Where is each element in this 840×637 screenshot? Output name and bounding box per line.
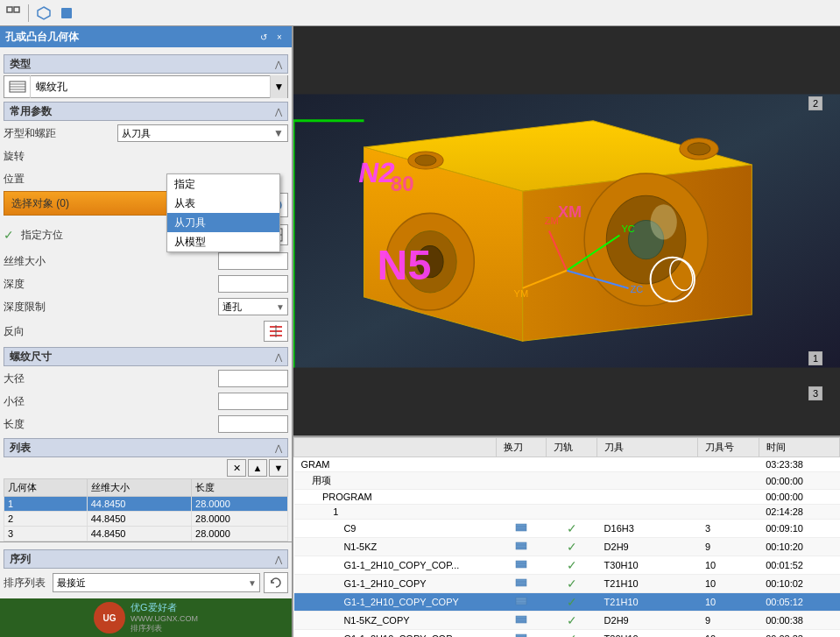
length-input[interactable]: 28.0000 [218, 415, 288, 433]
svg-rect-50 [516, 524, 526, 531]
operations-scroll[interactable]: 换刀 刀轨 刀具 刀具号 时间 GRAM 03:23:38 [293, 437, 840, 637]
ops-row-5[interactable]: C9 ✓ D16H3 3 00:09:10 [294, 520, 840, 538]
list-cell-size: 44.8450 [87, 497, 191, 512]
pitch-select[interactable]: 从刀具 ▼ [117, 124, 288, 142]
ops-cell-time: 00:00:38 [759, 612, 839, 630]
panel-titlebar: 孔或凸台几何体 ↺ × [0, 26, 292, 47]
major-input[interactable]: 47.8030 [218, 370, 288, 387]
list-cell-id: 2 [4, 512, 88, 527]
svg-point-32 [415, 155, 436, 166]
ops-row-11[interactable]: G1-1_2H10_COPY_COP... ✓ T30H10 10 00:03:… [294, 630, 840, 638]
common-params-label: 常用参数 [10, 104, 52, 119]
sort-refresh-btn[interactable] [264, 572, 288, 593]
major-row: 大径 47.8030 [4, 368, 288, 389]
list-cell-length: 28.0000 [192, 497, 288, 512]
logo-site: 优G爱好者 WWW.UGNX.COM 排序列表 [131, 601, 198, 634]
col-name-header [294, 438, 497, 457]
type-section-header[interactable]: 类型 ⋀ [4, 54, 288, 74]
table-up-btn[interactable]: ▲ [248, 459, 267, 477]
ops-cell-path: ✓ [547, 612, 597, 630]
reverse-btn[interactable] [264, 321, 288, 342]
svg-rect-62 [516, 598, 526, 605]
sort-value: 最接近 [53, 577, 245, 590]
svg-rect-53 [516, 542, 526, 549]
depth-limit-value: 通孔 [219, 301, 273, 314]
ops-row-9[interactable]: G1-1_2H10_COPY_COPY ✓ T21H10 10 00:05:12 [294, 593, 840, 612]
toolbar-3d-btn[interactable] [34, 4, 53, 23]
svg-text:YM: YM [514, 288, 529, 299]
col-tool-header: 刀具 [597, 438, 698, 457]
panel-restore-btn[interactable]: ↺ [257, 30, 271, 44]
common-params-header[interactable]: 常用参数 ⋀ [4, 102, 288, 121]
3d-viewport[interactable]: N2 XM N5 80 YC ZC ZM YM [293, 26, 840, 435]
sort-select[interactable]: 最接近 ▼ [53, 573, 260, 592]
minor-label: 小径 [4, 394, 218, 409]
type-combo[interactable]: 螺纹孔 ▼ [4, 75, 288, 98]
marker-1[interactable]: 1 [808, 351, 822, 365]
ops-cell-name: G1-1_2H10_COPY_COP... [294, 630, 497, 638]
ops-row-6[interactable]: N1-5KZ ✓ D2H9 9 00:10:20 [294, 538, 840, 556]
logo-brand: 优G爱好者 [131, 601, 198, 614]
dropdown-item-model[interactable]: 从模型 [167, 232, 279, 251]
ops-cell-time: 02:14:28 [759, 505, 839, 520]
ops-cell-change [496, 538, 547, 556]
logo-circle: UG [94, 602, 125, 633]
panel-close-btn[interactable]: × [272, 30, 286, 44]
list-row-2[interactable]: 244.845028.0000 [4, 512, 288, 527]
col-toolnum-header: 刀具号 [698, 438, 759, 457]
ops-cell-toolnum: 10 [698, 593, 759, 612]
svg-text:XM: XM [558, 203, 582, 221]
ops-cell-change [496, 575, 547, 593]
ops-row-2[interactable]: 用项 00:00:00 [294, 472, 840, 490]
dropdown-item-specify[interactable]: 指定 [167, 174, 279, 194]
ops-cell-name: 用项 [294, 472, 497, 490]
marker-2[interactable]: 2 [808, 96, 822, 110]
ops-row-7[interactable]: G1-1_2H10_COPY_COP... ✓ T30H10 10 00:01:… [294, 556, 840, 575]
toolbar-fit-btn[interactable] [57, 4, 76, 23]
table-delete-btn[interactable]: ✕ [227, 459, 246, 477]
thread-size-input[interactable]: 44.8450 [218, 252, 288, 270]
major-label: 大径 [4, 372, 218, 386]
svg-point-30 [688, 143, 710, 155]
col-change-header: 换刀 [496, 438, 547, 457]
ops-row-8[interactable]: G1-1_2H10_COPY ✓ T21H10 10 00:10:02 [294, 575, 840, 593]
sequence-label: 序列 [10, 552, 31, 567]
toolbar-sep1 [28, 4, 29, 22]
ops-row-10[interactable]: N1-5KZ_COPY ✓ D2H9 9 00:00:38 [294, 612, 840, 630]
pitch-label: 牙型和螺距 [4, 126, 117, 141]
table-down-btn[interactable]: ▼ [269, 459, 288, 477]
ops-cell-tool: T30H10 [597, 630, 698, 638]
sequence-header[interactable]: 序列 ⋀ [4, 549, 288, 569]
reverse-row: 反向 [4, 319, 288, 343]
ops-row-4[interactable]: 1 02:14:28 [294, 505, 840, 520]
bottom-controls: 序列 ⋀ 排序列表 最接近 ▼ [0, 541, 292, 598]
thread-size-section-label: 螺纹尺寸 [10, 350, 52, 365]
ops-row-3[interactable]: PROGRAM 00:00:00 [294, 490, 840, 505]
svg-marker-2 [38, 7, 50, 19]
marker-3[interactable]: 3 [808, 386, 822, 400]
ops-cell-change [496, 490, 547, 505]
length-row: 长度 28.0000 [4, 414, 288, 435]
dropdown-item-table[interactable]: 从表 [167, 194, 279, 213]
ops-row-1[interactable]: GRAM 03:23:38 [294, 457, 840, 472]
ops-cell-name: 1 [294, 505, 497, 520]
depth-limit-select[interactable]: 通孔 ▼ [218, 298, 288, 315]
panel-title: 孔或凸台几何体 [5, 30, 79, 45]
list-row-3[interactable]: 344.845028.0000 [4, 527, 288, 541]
ops-cell-toolnum [698, 505, 759, 520]
minor-input[interactable]: 44.8450 [218, 393, 288, 410]
type-combo-arrow[interactable]: ▼ [270, 75, 287, 98]
ops-cell-time: 00:03:33 [759, 630, 839, 638]
svg-rect-0 [7, 7, 12, 12]
list-row-1[interactable]: 144.845028.0000 [4, 497, 288, 512]
ops-cell-change [496, 630, 547, 638]
toolbar-view-btn[interactable] [4, 4, 23, 23]
list-section-header[interactable]: 列表 ⋀ [4, 438, 288, 457]
list-table-scroll[interactable]: 几何体 丝维大小 长度 144.845028.0000244.845028.00… [4, 478, 288, 541]
thread-size-section-header[interactable]: 螺纹尺寸 ⋀ [4, 347, 288, 366]
dropdown-item-tool[interactable]: 从刀具 [167, 213, 279, 232]
depth-input[interactable]: 50.0000 [218, 275, 288, 293]
ops-cell-change [496, 593, 547, 612]
ops-cell-time: 03:23:38 [759, 457, 839, 472]
type-combo-value: 螺纹孔 [31, 80, 270, 95]
